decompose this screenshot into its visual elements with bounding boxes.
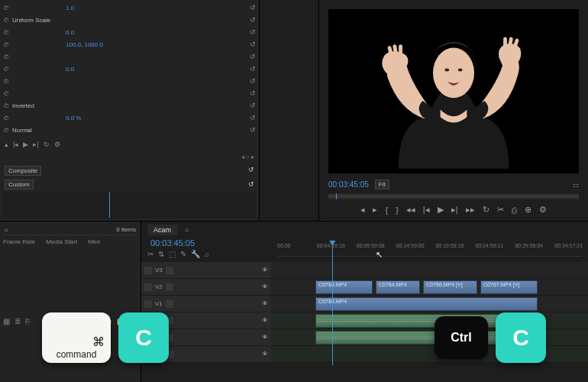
shortcut-mac: ⌘ command C (42, 312, 169, 363)
transport-controls[interactable]: ◂▸{}◂◂|◂▶▸|▸▸↻✂⎙⊕⚙ (328, 202, 579, 218)
command-key: ⌘ command (42, 312, 111, 363)
c-key-mac: C (118, 312, 169, 363)
transport-button[interactable]: ⚙ (539, 205, 547, 215)
timeline-clip[interactable]: C0784.MP4 (315, 280, 373, 294)
ruler-tick: 00:29:58:04 (515, 243, 543, 248)
track-lane[interactable] (271, 262, 588, 279)
project-column-headers[interactable]: Frame RateMedia StartMed (3, 235, 137, 248)
video-preview-content (328, 9, 579, 173)
transport-button[interactable]: ▶ (438, 205, 444, 215)
effect-timeline-area[interactable] (3, 193, 256, 218)
transport-button[interactable]: { (385, 206, 388, 215)
project-column[interactable]: Frame Rate (3, 238, 35, 245)
program-monitor-view[interactable] (328, 9, 579, 173)
effect-property-row[interactable]: ⏱Inverted↺ (0, 99, 259, 112)
playhead[interactable] (332, 243, 333, 365)
ruler-tick: 00:34:57:21 (554, 243, 583, 248)
transport-button[interactable]: ◂ (360, 205, 365, 215)
cursor-icon: ↖ (376, 250, 383, 260)
svg-point-2 (444, 69, 449, 72)
track-header[interactable]: V2👁 (141, 279, 271, 296)
ruler-tick: 00:24:58:11 (475, 243, 503, 248)
timeline-clip[interactable]: C0787.MP4 [V] (480, 280, 538, 294)
ruler-tick: 00:09:59:08 (357, 243, 385, 248)
project-search-icon[interactable]: ⌕ (5, 226, 8, 233)
ruler-tick: 00:00 (277, 243, 291, 248)
project-column[interactable]: Med (88, 238, 100, 245)
transport-button[interactable]: ▸ (373, 205, 377, 215)
svg-point-3 (458, 69, 463, 72)
effect-property-row[interactable]: ⏱100.0, 1080.0↺ (0, 38, 259, 50)
track-lane[interactable]: C0784.MP4 (271, 296, 588, 312)
timeline-tool-buttons[interactable]: ✂⇅⬚✎🔧⌕ (147, 248, 277, 261)
timeline-clip[interactable]: C0784.MP4 (315, 297, 538, 311)
blend-composite-dropdown[interactable]: Composite (5, 166, 41, 176)
command-symbol-icon: ⌘ (92, 335, 105, 349)
project-column[interactable]: Media Start (46, 238, 77, 245)
program-monitor-panel: 00:03:45:05 Fit ⚏ ◂▸{}◂◂|◂▶▸|▸▸↻✂⎙⊕⚙ (319, 0, 588, 221)
track-header[interactable]: V1👁 (141, 296, 271, 312)
ctrl-key: Ctrl (435, 316, 488, 359)
transport-button[interactable]: ⊕ (525, 205, 531, 215)
effect-playback-controls[interactable]: ▴|◂▶▸|↻⚙ (0, 138, 259, 151)
transport-button[interactable]: ✂ (497, 205, 504, 215)
transport-button[interactable]: ⎙ (512, 206, 517, 215)
effect-property-row[interactable]: ⏱↺ (0, 87, 259, 99)
track-header[interactable]: V3👁 (141, 262, 271, 279)
keyframe-nav[interactable]: ◂ ○ ▸ (0, 151, 259, 163)
effect-property-row[interactable]: ⏱1.0↺ (0, 2, 259, 14)
ruler-tick: 00:04:59:16 (317, 243, 345, 248)
effect-controls-panel: ⏱1.0↺⏱Uniform Scale↺⏱0.0↺⏱100.0, 1080.0↺… (0, 0, 260, 221)
program-scrub-bar[interactable] (328, 193, 579, 199)
effect-property-row[interactable]: ⏱0.0 %↺ (0, 112, 259, 124)
timeline-clip[interactable]: C0784.MP4 (376, 280, 420, 294)
transport-button[interactable]: |◂ (423, 205, 430, 215)
transport-button[interactable]: ▸▸ (466, 205, 475, 215)
transport-button[interactable]: ◂◂ (406, 205, 415, 215)
ruler-tick: 00:14:59:00 (396, 243, 425, 248)
zoom-fit-dropdown[interactable]: Fit (375, 180, 389, 189)
program-timecode[interactable]: 00:03:45:05 (328, 180, 369, 189)
c-key-win: C (496, 312, 546, 363)
effect-property-row[interactable]: ⏱↺ (0, 50, 259, 63)
project-item-count: 0 items (116, 226, 136, 233)
between-panel-spacer (260, 0, 319, 221)
timeline-clip[interactable]: C0786.MP4 [V] (423, 280, 477, 294)
timeline-timecode[interactable]: 00:03:45:05 (147, 238, 277, 248)
svg-point-1 (433, 48, 474, 99)
effect-property-row[interactable]: ⏱Normal↺ (0, 124, 259, 136)
effect-property-row[interactable]: ⏱Uniform Scale↺ (0, 14, 259, 26)
transport-button[interactable]: } (396, 206, 399, 215)
blend-custom-dropdown[interactable]: Custom (5, 180, 34, 189)
transport-button[interactable]: ↻ (483, 205, 489, 215)
track-lane[interactable]: C0784.MP4C0784.MP4C0786.MP4 [V]C0787.MP4… (271, 279, 588, 296)
transport-button[interactable]: ▸| (451, 205, 458, 215)
shortcut-windows: Ctrl C (435, 312, 546, 363)
timeline-ruler[interactable]: 00:0000:04:59:1600:09:59:0800:14:59:0000… (277, 243, 582, 257)
effect-property-row[interactable]: ⏱↺ (0, 75, 259, 87)
sequence-tab[interactable]: Acam (147, 225, 177, 235)
effect-property-row[interactable]: ⏱0.0↺ (0, 26, 259, 38)
ruler-tick: 00:19:58:19 (435, 243, 464, 248)
effect-property-row[interactable]: ⏱0.0↺ (0, 63, 259, 75)
